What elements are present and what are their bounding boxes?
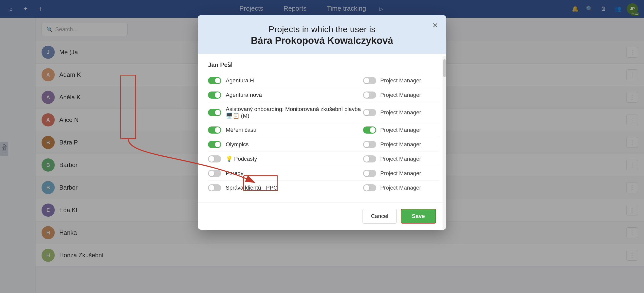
project-manager-section: Project Manager — [363, 91, 439, 99]
project-toggle[interactable] — [208, 91, 221, 99]
project-toggle[interactable] — [208, 141, 221, 148]
project-icon: 💡 — [226, 156, 233, 162]
save-button[interactable]: Save — [401, 209, 436, 224]
project-row: Agentura nová Project Manager — [208, 88, 439, 102]
pm-toggle[interactable] — [363, 77, 376, 84]
project-manager-section: Project Manager — [363, 109, 439, 116]
project-name: Asistovaný onboarding: Monitorovaná zkuš… — [226, 106, 363, 119]
pm-toggle[interactable] — [363, 184, 376, 191]
project-row: Asistovaný onboarding: Monitorovaná zkuš… — [208, 102, 439, 123]
pm-label: Project Manager — [380, 109, 421, 116]
section-owner-label: Jan Pešl — [208, 61, 439, 68]
project-toggle[interactable] — [208, 126, 221, 134]
project-row: 💡 Podcasty Project Manager — [208, 152, 439, 166]
project-row: Agentura H Project Manager — [208, 74, 439, 88]
project-toggle[interactable] — [208, 184, 221, 191]
project-toggle[interactable] — [208, 155, 221, 162]
pm-label: Project Manager — [380, 77, 421, 84]
pm-toggle[interactable] — [363, 141, 376, 148]
pm-label: Project Manager — [380, 185, 421, 191]
cancel-button[interactable]: Cancel — [363, 209, 396, 224]
pm-toggle[interactable] — [363, 126, 376, 134]
pm-label: Project Manager — [380, 92, 421, 98]
project-row: Olympics Project Manager — [208, 137, 439, 152]
scrollbar-thumb — [443, 59, 446, 77]
project-manager-section: Project Manager — [363, 77, 439, 84]
project-name: Olympics — [226, 141, 363, 148]
project-manager-section: Project Manager — [363, 126, 439, 134]
modal-title-line1: Projects in which the user is — [208, 24, 436, 34]
pm-toggle[interactable] — [363, 170, 376, 177]
project-row: Měření času Project Manager — [208, 123, 439, 137]
modal-scrollbar[interactable] — [443, 56, 446, 230]
project-manager-section: Project Manager — [363, 184, 439, 191]
project-name: Porady — [226, 170, 363, 177]
modal-footer: Cancel Save — [198, 203, 446, 230]
pm-label: Project Manager — [380, 141, 421, 148]
modal-close-button[interactable]: ✕ — [430, 20, 440, 30]
pm-label: Project Manager — [380, 156, 421, 162]
project-manager-section: Project Manager — [363, 170, 439, 177]
project-name: Agentura nová — [226, 92, 363, 98]
project-name: Měření času — [226, 127, 363, 133]
pm-toggle[interactable] — [363, 91, 376, 99]
project-manager-section: Project Manager — [363, 141, 439, 148]
modal-body: Jan Pešl Agentura H Project Manager Agen… — [198, 54, 446, 203]
project-name: Agentura H — [226, 77, 363, 84]
project-manager-section: Project Manager — [363, 155, 439, 162]
pm-toggle[interactable] — [363, 155, 376, 162]
project-row: Správa klientů - PPC Project Manager — [208, 181, 439, 195]
project-toggle[interactable] — [208, 170, 221, 177]
project-name: Správa klientů - PPC — [226, 185, 363, 191]
modal-title-line2: Bára Prokopová Kowalczyková — [208, 35, 436, 46]
project-name: 💡 Podcasty — [226, 156, 363, 162]
pm-label: Project Manager — [380, 127, 421, 133]
pm-label: Project Manager — [380, 170, 421, 177]
project-toggle[interactable] — [208, 77, 221, 84]
project-toggle[interactable] — [208, 109, 221, 116]
modal-dialog: Projects in which the user is Bára Proko… — [198, 15, 446, 230]
pm-toggle[interactable] — [363, 109, 376, 116]
modal-header: Projects in which the user is Bára Proko… — [198, 15, 446, 54]
project-row: Porady Project Manager — [208, 166, 439, 181]
